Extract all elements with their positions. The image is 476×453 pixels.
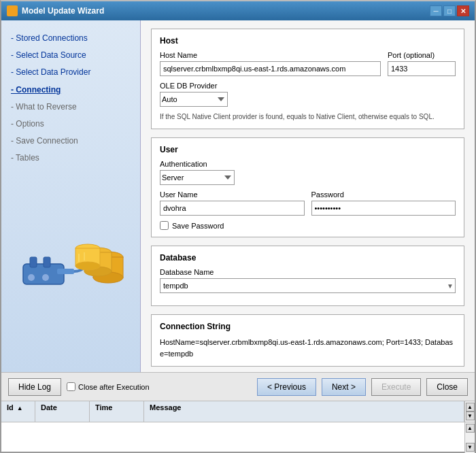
username-group: User Name	[160, 190, 305, 216]
sidebar-nav: - Stored Connections - Select Data Sourc…	[8, 31, 133, 167]
dbname-input[interactable]	[160, 278, 456, 293]
app-icon	[7, 5, 18, 16]
close-window-button[interactable]: ✕	[457, 5, 469, 16]
sidebar-item-save-connection: - Save Connection	[8, 133, 133, 149]
password-label: Password	[311, 190, 456, 199]
window-controls: ─ □ ✕	[430, 5, 469, 16]
hide-log-button[interactable]: Hide Log	[8, 378, 61, 396]
log-scroll-up[interactable]: ▲	[466, 424, 475, 433]
user-section: User Authentication Server Windows None …	[151, 137, 464, 237]
database-section: Database Database Name ▼	[151, 246, 464, 306]
window-title: Model Update Wizard	[22, 6, 104, 16]
log-col-date: Date	[35, 401, 90, 422]
scroll-down-button[interactable]: ▼	[466, 412, 475, 420]
oledb-group: OLE DB Provider Auto SQLOLEDB SQLNCLI SQ…	[160, 82, 228, 107]
port-input[interactable]	[388, 61, 456, 76]
save-password-row: Save Password	[160, 221, 456, 230]
save-password-checkbox[interactable]	[160, 221, 169, 230]
connection-string-title: Connection String	[160, 322, 456, 331]
scroll-up-button[interactable]: ▲	[466, 403, 475, 412]
log-col-id: Id ▲	[1, 401, 35, 422]
dbname-row: Database Name ▼	[160, 268, 456, 293]
sidebar-item-select-data-provider[interactable]: - Select Data Provider	[8, 65, 133, 80]
log-col-message: Message	[144, 401, 464, 422]
hostname-row: Host Name Port (optional)	[160, 51, 456, 76]
close-after-checkbox[interactable]	[67, 382, 75, 391]
user-section-title: User	[160, 145, 456, 154]
host-section-title: Host	[160, 36, 456, 46]
sidebar-item-options: - Options	[8, 116, 133, 132]
log-scroll-down[interactable]: ▼	[466, 443, 475, 452]
auth-group: Authentication Server Windows None	[160, 160, 235, 185]
previous-button[interactable]: < Previous	[257, 378, 316, 396]
username-label: User Name	[160, 190, 305, 199]
wizard-illustration	[13, 227, 129, 301]
port-group: Port (optional)	[388, 51, 456, 76]
log-scrollbar[interactable]: ▲ ▼	[464, 401, 475, 422]
connection-string-section: Connection String HostName=sqlserver.crb…	[151, 314, 464, 367]
svg-rect-3	[57, 269, 74, 274]
minimize-button[interactable]: ─	[430, 5, 442, 16]
username-input[interactable]	[160, 201, 305, 216]
log-col-time: Time	[90, 401, 144, 422]
svg-rect-2	[44, 257, 50, 267]
auth-label: Authentication	[160, 160, 235, 168]
log-header: Id ▲ Date Time Message ▲ ▼	[1, 401, 475, 422]
oledb-select[interactable]: Auto SQLOLEDB SQLNCLI SQLNCLI10 SQLNCLI1…	[160, 92, 228, 107]
close-button[interactable]: Close	[426, 378, 468, 396]
svg-point-14	[75, 262, 100, 270]
sidebar-item-tables: - Tables	[8, 150, 133, 166]
maximize-button[interactable]: □	[443, 5, 456, 16]
credentials-row: User Name Password	[160, 190, 456, 216]
sidebar-item-stored-connections[interactable]: - Stored Connections	[8, 31, 133, 46]
next-button[interactable]: Next >	[322, 378, 366, 396]
hostname-input[interactable]	[160, 61, 381, 76]
auth-select[interactable]: Server Windows None	[160, 170, 235, 185]
title-bar: Model Update Wizard ─ □ ✕	[1, 1, 475, 20]
host-section: Host Host Name Port (optional) OLE DB Pr…	[151, 29, 464, 129]
sidebar-item-select-data-source[interactable]: - Select Data Source	[8, 48, 133, 63]
form-panel: Host Host Name Port (optional) OLE DB Pr…	[141, 20, 475, 372]
dbname-label: Database Name	[160, 268, 456, 276]
sidebar-item-connecting[interactable]: - Connecting	[8, 82, 133, 98]
bottom-bar: Hide Log Close after Execution < Previou…	[1, 372, 475, 401]
sidebar-item-what-to-reverse: - What to Reverse	[8, 99, 133, 115]
hostname-label: Host Name	[160, 51, 381, 59]
auth-row: Authentication Server Windows None	[160, 160, 456, 185]
main-content: - Stored Connections - Select Data Sourc…	[1, 20, 475, 372]
password-input[interactable]	[311, 201, 456, 216]
execute-button[interactable]: Execute	[371, 378, 421, 396]
sort-icon: ▲	[17, 405, 23, 412]
password-group: Password	[311, 190, 456, 216]
database-section-title: Database	[160, 253, 456, 263]
oledb-info: If the SQL Native Client provider is fou…	[160, 112, 456, 122]
log-body: ▲ ▼	[1, 422, 475, 453]
log-panel: Id ▲ Date Time Message ▲ ▼ ▲ ▼	[1, 401, 475, 452]
svg-point-4	[28, 274, 35, 281]
dbname-group: Database Name ▼	[160, 268, 456, 293]
sidebar: - Stored Connections - Select Data Sourc…	[1, 20, 141, 372]
port-label: Port (optional)	[388, 51, 456, 59]
main-window: Model Update Wizard ─ □ ✕ - Stored Conne…	[0, 0, 476, 453]
hostname-group: Host Name	[160, 51, 381, 76]
save-password-label[interactable]: Save Password	[172, 222, 224, 230]
oledb-label: OLE DB Provider	[160, 82, 228, 90]
close-after-label[interactable]: Close after Execution	[67, 382, 150, 391]
oledb-row: OLE DB Provider Auto SQLOLEDB SQLNCLI SQ…	[160, 82, 456, 107]
log-body-scrollbar[interactable]: ▲ ▼	[464, 422, 475, 453]
svg-point-5	[42, 274, 49, 281]
svg-rect-1	[30, 257, 37, 267]
connection-string-value: HostName=sqlserver.crbmlbxmp8qi.us-east-…	[160, 337, 456, 359]
